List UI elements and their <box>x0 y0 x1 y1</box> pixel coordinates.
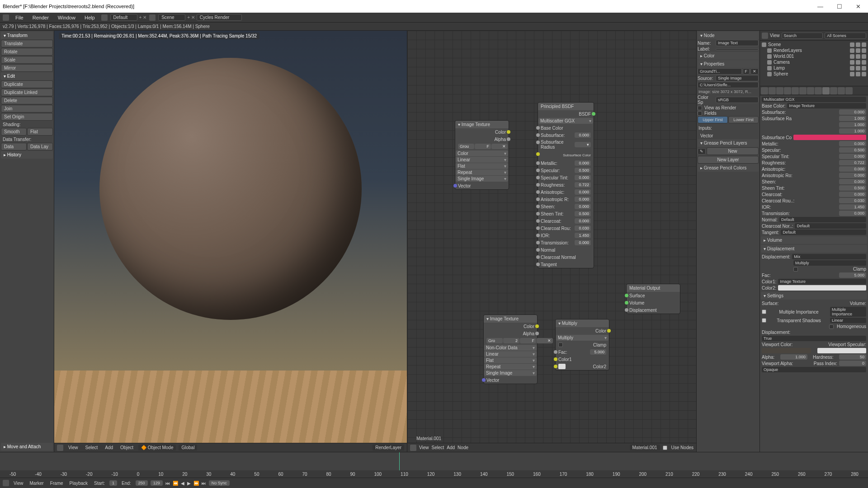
node-principled-bsdf[interactable]: Principled BSDF BSDF Multiscatter GGX▾ B… <box>538 102 594 268</box>
menu-render[interactable]: Render <box>29 14 52 21</box>
mode-selector[interactable]: 🔶 Object Mode <box>138 445 176 450</box>
jump-end-icon[interactable]: ⏭ <box>202 481 206 486</box>
outliner-view[interactable]: View <box>770 33 780 38</box>
gpl-hdr[interactable]: ▾ Grease Pencil Layers <box>698 139 759 147</box>
start-frame-input[interactable]: 1 <box>109 480 117 486</box>
play-rev-icon[interactable]: ◀ <box>181 481 184 486</box>
timeline-type-icon[interactable] <box>3 480 9 486</box>
n-props-hdr[interactable]: ▾ Properties <box>698 60 759 68</box>
rotate-button[interactable]: Rotate <box>1 48 53 56</box>
ne-node[interactable]: Node <box>458 445 468 450</box>
scene-selector[interactable]: Scene <box>158 14 185 21</box>
homog-check[interactable]: Homogeneous <box>837 324 866 329</box>
outliner-tree[interactable]: SceneRenderLayersWorld.001CameraLampSphe… <box>760 41 868 86</box>
ne-view[interactable]: View <box>419 445 429 450</box>
tab-renderlayers-icon[interactable] <box>769 87 776 94</box>
edit-header[interactable]: ▾ Edit <box>1 72 53 80</box>
operator-panel[interactable]: ▸ Move and Attach <box>1 443 53 450</box>
tl-marker[interactable]: Marker <box>28 480 46 486</box>
translate-button[interactable]: Translate <box>1 40 53 47</box>
tab-render-icon[interactable] <box>761 87 768 94</box>
transp-shadow-check[interactable]: Transparent Shadows <box>777 318 821 323</box>
volume-hdr[interactable]: ▸ Volume <box>761 236 867 244</box>
colorspace-selector[interactable]: sRGB <box>716 97 759 103</box>
gp-newlayer-btn[interactable]: New Layer <box>698 156 759 164</box>
vp-add[interactable]: Add <box>103 445 115 450</box>
node-name-input[interactable]: Image Text <box>716 40 759 46</box>
end-frame-input[interactable]: 250 <box>136 480 148 486</box>
color1-sel[interactable]: Image Texture <box>778 279 866 284</box>
scale-button[interactable]: Scale <box>1 56 53 64</box>
node-image-texture-2[interactable]: ▾ Image Texture Color Alpha Gro2F✕ Non-C… <box>483 314 538 384</box>
maximize-icon[interactable]: ☐ <box>832 2 847 11</box>
tab-data-icon[interactable] <box>815 87 822 94</box>
current-frame-input[interactable]: 129 <box>151 480 163 486</box>
menu-file[interactable]: File <box>12 14 27 21</box>
disp-method-sel[interactable]: True <box>762 336 866 341</box>
blend-mode-sel[interactable]: Opaque <box>762 367 866 372</box>
vp-select[interactable]: Select <box>83 445 100 450</box>
view-as-render-check[interactable]: View as Render <box>704 105 736 110</box>
upper-first-btn[interactable]: Upper First <box>698 116 728 123</box>
tl-view[interactable]: View <box>12 480 25 486</box>
fac-input[interactable]: 5.000 <box>839 272 866 278</box>
settings-hdr[interactable]: ▾ Settings <box>761 292 867 300</box>
smooth-button[interactable]: Smooth <box>1 128 27 136</box>
tab-object-icon[interactable] <box>792 87 799 94</box>
n-node-hdr[interactable]: ▾ Node <box>698 32 759 39</box>
disp-blend-sel[interactable]: Multiply <box>793 260 866 266</box>
tab-texture-icon[interactable] <box>830 87 837 94</box>
menu-help[interactable]: Help <box>81 14 99 21</box>
vp-object[interactable]: Object <box>118 445 136 450</box>
gp-new-btn[interactable]: New <box>707 147 759 155</box>
minimize-icon[interactable]: — <box>813 2 828 11</box>
history-header[interactable]: ▸ History <box>1 151 53 159</box>
image-path[interactable]: C:\Users\Steffe... <box>698 82 759 88</box>
timeline-area[interactable]: -50-40-30-20-100102030405060708090100110… <box>0 452 868 478</box>
tl-frame[interactable]: Frame <box>48 480 65 486</box>
n-color-hdr[interactable]: ▸ Color <box>698 52 759 60</box>
editor-type-icon[interactable] <box>410 445 416 451</box>
mirror-button[interactable]: Mirror <box>1 64 53 72</box>
close-icon[interactable]: ✕ <box>851 2 865 11</box>
node-image-texture-1[interactable]: ▾ Image Texture Color Alpha GrouF✕ Color… <box>455 120 509 190</box>
material-selector[interactable]: Material.001 <box>630 445 660 450</box>
distribution-sel[interactable]: Multiscatter GGX <box>762 97 866 102</box>
outliner-type-icon[interactable] <box>762 33 768 39</box>
screen-icon[interactable] <box>101 14 108 21</box>
set-origin-button[interactable]: Set Origin <box>1 113 53 121</box>
datalay-button[interactable]: Data Lay <box>27 143 53 150</box>
vp-spec-swatch[interactable] <box>817 348 867 353</box>
fields-check[interactable]: Fields <box>704 111 717 116</box>
disp-hdr[interactable]: ▾ Displacement <box>761 245 867 253</box>
data-button[interactable]: Data <box>1 143 27 150</box>
tab-constraints-icon[interactable] <box>799 87 807 94</box>
orientation-selector[interactable]: Global <box>179 445 197 450</box>
outliner-search[interactable]: Search <box>782 33 823 39</box>
node-material-output[interactable]: Material Output Surface Volume Displacem… <box>626 284 680 314</box>
flat-button[interactable]: Flat <box>27 128 53 136</box>
node-multiply[interactable]: ▾ Multiply Color Multiply▾ Clamp Fac:5.0… <box>555 319 609 371</box>
node-label-input[interactable] <box>716 48 759 50</box>
gpc-hdr[interactable]: ▸ Grease Pencil Colors <box>698 164 759 172</box>
use-nodes-checkbox[interactable] <box>663 446 667 450</box>
editor-type-icon[interactable] <box>57 445 63 451</box>
keyframe-prev-icon[interactable]: ⏪ <box>173 481 178 486</box>
tab-scene-icon[interactable] <box>776 87 783 94</box>
scene-icon[interactable] <box>149 14 156 21</box>
ne-add[interactable]: Add <box>447 445 455 450</box>
color2-swatch[interactable] <box>778 285 866 291</box>
play-icon[interactable]: ▶ <box>187 481 191 486</box>
menu-window[interactable]: Window <box>54 14 79 21</box>
vp-view[interactable]: View <box>66 445 80 450</box>
tab-material-icon[interactable] <box>822 87 830 94</box>
tab-world-icon[interactable] <box>784 87 791 94</box>
duplicate-button[interactable]: Duplicate <box>1 80 53 88</box>
disp-sel[interactable]: Mix <box>792 254 866 259</box>
layout-selector[interactable]: Default <box>110 14 137 21</box>
delete-button[interactable]: Delete <box>1 97 53 104</box>
tab-particles-icon[interactable] <box>838 87 845 94</box>
image-datablock[interactable]: GroundTi... <box>698 68 742 75</box>
tab-modifiers-icon[interactable] <box>807 87 814 94</box>
ne-select[interactable]: Select <box>432 445 444 450</box>
